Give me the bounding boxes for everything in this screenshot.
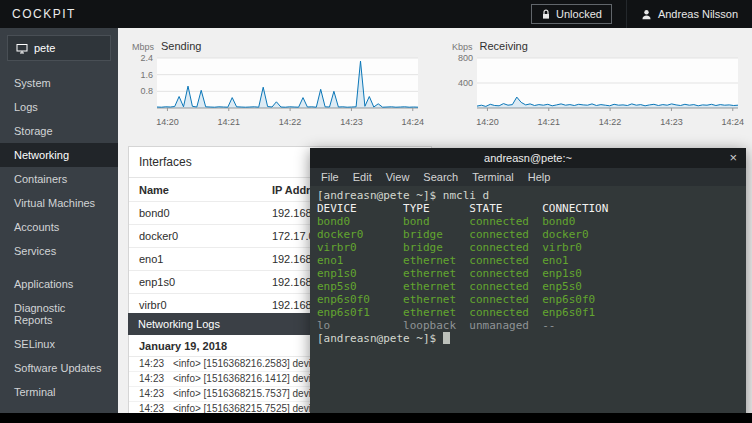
sidebar-item-networking[interactable]: Networking [0,143,118,167]
sidebar-item-accounts[interactable]: Accounts [0,215,118,239]
sidebar-item-storage[interactable]: Storage [0,119,118,143]
terminal-menu-view[interactable]: View [379,171,417,183]
terminal-command-line: [andreasn@pete ~]$nmcli d [317,189,739,202]
sending-chart-header: Mbps Sending [132,40,422,52]
terminal-cell: connected [469,215,542,228]
svg-text:1.6: 1.6 [140,70,153,80]
terminal-cell: ethernet [403,280,469,293]
chart-unit-label: Mbps [132,42,154,52]
interface-name[interactable]: bond0 [129,202,262,225]
sidebar-item-system[interactable]: System [0,71,118,95]
lock-icon [541,9,551,20]
terminal-cell: -- [542,319,555,332]
log-time: 14:23 [139,389,165,399]
terminal-cell: connected [469,267,542,280]
terminal-cell: DEVICE [317,202,403,215]
interface-name[interactable]: enp1s0 [129,271,262,294]
sidebar: pete SystemLogsStorageNetworkingContaine… [0,28,118,423]
terminal-titlebar[interactable]: andreasn@pete:~× [310,148,746,168]
topbar-actions: Unlocked Andreas Nilsson [531,0,752,28]
terminal-output-row: loloopbackunmanaged-- [317,319,739,332]
terminal-cell: virbr0 [317,241,403,254]
terminal-menu-edit[interactable]: Edit [346,171,379,183]
x-tick-label: 14:24 [722,117,745,127]
sidebar-item-virtual-machines[interactable]: Virtual Machines [0,191,118,215]
terminal-cell: eno1 [317,254,403,267]
user-menu-button[interactable]: Andreas Nilsson [626,0,752,28]
terminal-cell: bridge [403,228,469,241]
svg-text:800: 800 [458,53,473,63]
sidebar-item-containers[interactable]: Containers [0,167,118,191]
terminal-cell: TYPE [403,202,469,215]
terminal-output-row: eno1ethernetconnectedeno1 [317,254,739,267]
terminal-menu-terminal[interactable]: Terminal [465,171,521,183]
unlocked-label: Unlocked [556,8,602,20]
terminal-window: andreasn@pete:~× FileEditViewSearchTermi… [310,148,746,423]
sidebar-item-terminal[interactable]: Terminal [0,380,118,404]
interface-name[interactable]: docker0 [129,225,262,248]
column-header: Name [129,178,262,202]
terminal-output-row: enp5s0ethernetconnectedenp5s0 [317,280,739,293]
terminal-cell: ethernet [403,306,469,319]
terminal-menu-file[interactable]: File [314,171,346,183]
receiving-chart-header: Kbps Receiving [452,40,742,52]
terminal-cell: docker0 [317,228,403,241]
unlocked-button[interactable]: Unlocked [531,4,612,24]
terminal-cell: bridge [403,241,469,254]
sidebar-nav: SystemLogsStorageNetworkingContainersVir… [0,71,118,404]
terminal-cell: virbr0 [542,241,582,254]
x-tick-label: 14:20 [476,117,499,127]
terminal-cell: enp6s0f1 [317,306,403,319]
sending-chart-xaxis: 14:2014:2114:2214:2314:24 [130,117,422,129]
terminal-cell: CONNECTION [542,202,608,215]
terminal-cell: enp6s0f0 [542,293,595,306]
x-tick-label: 14:22 [279,117,302,127]
terminal-output-row: enp6s0f0ethernetconnectedenp6s0f0 [317,293,739,306]
screen: COCKPIT Unlocked Andreas Nilsson pete [0,0,752,423]
interface-name[interactable]: eno1 [129,248,262,271]
sidebar-item-applications[interactable]: Applications [0,272,118,296]
sidebar-item-services[interactable]: Services [0,239,118,263]
terminal-menu-search[interactable]: Search [416,171,465,183]
terminal-menu-help[interactable]: Help [521,171,558,183]
sidebar-item-diagnostic-reports[interactable]: Diagnostic Reports [0,296,118,332]
host-name: pete [34,42,55,54]
terminal-output-row: enp1s0ethernetconnectedenp1s0 [317,267,739,280]
bottom-bar [0,413,752,423]
x-tick-label: 14:23 [660,117,683,127]
terminal-cell: enp1s0 [542,267,582,280]
sidebar-item-software-updates[interactable]: Software Updates [0,356,118,380]
receiving-chart-plot: 800400 [450,53,742,117]
x-tick-label: 14:24 [402,117,425,127]
terminal-cell: enp5s0 [542,280,582,293]
terminal-output-row: enp6s0f1ethernetconnectedenp6s0f1 [317,306,739,319]
terminal-title: andreasn@pete:~ [484,152,572,164]
terminal-body[interactable]: [andreasn@pete ~]$nmcli dDEVICETYPESTATE… [310,186,746,423]
terminal-prompt-line: [andreasn@pete ~]$ [317,332,739,345]
terminal-output-row: DEVICETYPESTATECONNECTION [317,202,739,215]
x-tick-label: 14:21 [538,117,561,127]
terminal-cell: bond [403,215,469,228]
terminal-prompt: [andreasn@pete ~]$ [317,332,436,345]
terminal-cell: docker0 [542,228,588,241]
terminal-prompt: [andreasn@pete ~]$ [317,189,436,202]
close-icon[interactable]: × [729,148,737,168]
sidebar-item-logs[interactable]: Logs [0,95,118,119]
terminal-menubar: FileEditViewSearchTerminalHelp [310,168,746,186]
svg-text:400: 400 [458,78,473,88]
log-time: 14:23 [139,359,165,369]
terminal-cell: connected [469,241,542,254]
terminal-output-row: docker0bridgeconnecteddocker0 [317,228,739,241]
host-selector[interactable]: pete [7,35,111,61]
server-icon [16,43,28,54]
terminal-cell: enp1s0 [317,267,403,280]
terminal-cell: ethernet [403,267,469,280]
terminal-cell: ethernet [403,254,469,267]
x-tick-label: 14:20 [156,117,179,127]
chart-title: Receiving [480,40,528,52]
x-tick-label: 14:22 [599,117,622,127]
terminal-cell: bond0 [317,215,403,228]
terminal-cell: ethernet [403,293,469,306]
sidebar-item-selinux[interactable]: SELinux [0,332,118,356]
sending-chart-plot: 2.41.60.8 [130,53,422,117]
